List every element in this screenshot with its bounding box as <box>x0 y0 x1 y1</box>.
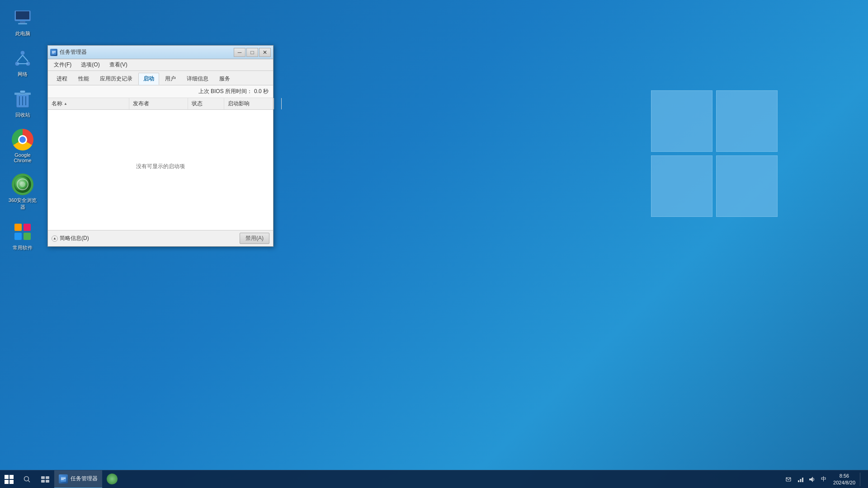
svg-rect-30 <box>46 476 49 479</box>
desktop-icon-common-software[interactable]: 常用软件 <box>5 219 41 253</box>
disable-button[interactable]: 禁用(A) <box>240 233 269 244</box>
svg-rect-40 <box>802 478 803 482</box>
taskbar-app-360[interactable] <box>102 470 122 488</box>
svg-rect-32 <box>46 480 49 483</box>
empty-state: 没有可显示的启动项 <box>48 110 273 223</box>
minimize-button[interactable]: ─ <box>234 48 245 57</box>
start-button[interactable] <box>0 470 18 488</box>
tab-performance[interactable]: 性能 <box>73 73 94 85</box>
taskbar-language-indicator[interactable]: 中 <box>819 475 829 483</box>
svg-rect-24 <box>52 51 56 52</box>
title-text: 任务管理器 <box>60 48 87 56</box>
network-icon <box>12 47 33 69</box>
desktop-icon-label: 回收站 <box>15 112 30 118</box>
desktop-icons: 此电脑 网络 <box>0 0 45 262</box>
col-startup-label: 启动影响 <box>228 100 250 108</box>
tab-app-history[interactable]: 应用历史记录 <box>95 73 137 85</box>
tab-process[interactable]: 进程 <box>52 73 72 85</box>
svg-point-18 <box>20 182 25 187</box>
desktop-icon-label: 网络 <box>18 71 28 78</box>
desktop-icon-label: 常用软件 <box>13 244 33 251</box>
tab-users[interactable]: 用户 <box>160 73 181 85</box>
col-header-publisher[interactable]: 发布者 <box>129 98 188 109</box>
svg-rect-36 <box>61 479 64 480</box>
system-tray: 中 8:56 2024/8/20 <box>780 470 868 488</box>
desktop-icon-360-browser[interactable]: 360安全浏览器 <box>5 171 41 213</box>
taskbar-app-taskmanager[interactable]: 任务管理器 <box>54 470 102 488</box>
menu-view[interactable]: 查看(V) <box>106 60 131 70</box>
apps-icon <box>12 221 33 243</box>
col-header-status[interactable]: 状态 <box>188 98 224 109</box>
svg-rect-22 <box>24 233 31 240</box>
title-bar: 任务管理器 ─ □ ✕ <box>48 46 273 59</box>
desktop: 此电脑 网络 <box>0 0 868 488</box>
svg-point-4 <box>20 51 25 55</box>
info-label: 简略信息(D) <box>60 235 89 242</box>
taskmanager-title-icon <box>50 49 57 56</box>
svg-rect-25 <box>52 52 56 52</box>
bios-label: 上次 BIOS 所用时间： <box>198 88 252 95</box>
recycle-bin-icon <box>12 88 33 110</box>
tab-details[interactable]: 详细信息 <box>182 73 213 85</box>
col-header-name[interactable]: 名称 ▲ <box>48 98 129 109</box>
desktop-icon-label: Google Chrome <box>7 152 38 163</box>
column-headers: 名称 ▲ 发布者 状态 启动影响 <box>48 98 273 110</box>
svg-point-27 <box>24 476 29 481</box>
chrome-icon <box>12 129 33 150</box>
taskbar-search-button[interactable] <box>18 470 36 488</box>
svg-rect-1 <box>16 11 29 19</box>
desktop-icon-network[interactable]: 网络 <box>5 45 41 80</box>
info-button[interactable]: ▲ 简略信息(D) <box>52 235 89 242</box>
svg-rect-31 <box>41 480 45 483</box>
computer-icon <box>12 7 33 28</box>
windows-logo <box>651 90 778 217</box>
tray-notification-icon[interactable] <box>785 475 794 484</box>
desktop-icon-label: 360安全浏览器 <box>7 197 38 211</box>
svg-rect-19 <box>14 224 22 231</box>
tab-content: 上次 BIOS 所用时间： 0.0 秒 名称 ▲ 发布者 状态 启动影响 <box>48 85 273 230</box>
menu-bar: 文件(F) 选项(O) 查看(V) <box>48 59 273 71</box>
maximize-button[interactable]: □ <box>246 48 258 57</box>
svg-rect-26 <box>52 53 54 53</box>
svg-line-28 <box>28 480 30 482</box>
svg-rect-35 <box>61 479 66 479</box>
show-desktop-button[interactable] <box>860 473 863 486</box>
svg-rect-21 <box>14 233 22 240</box>
tab-bar: 进程 性能 应用历史记录 启动 用户 详细信息 服务 <box>48 71 273 85</box>
tab-startup[interactable]: 启动 <box>138 73 159 85</box>
svg-rect-29 <box>41 476 45 479</box>
360-browser-icon <box>12 174 33 195</box>
taskbar-taskview-button[interactable] <box>36 470 54 488</box>
taskbar-clock[interactable]: 8:56 2024/8/20 <box>831 473 858 486</box>
taskbar-taskmanager-label: 任务管理器 <box>71 475 98 483</box>
tab-services[interactable]: 服务 <box>214 73 235 85</box>
taskbar-taskmanager-icon <box>59 474 68 483</box>
close-button[interactable]: ✕ <box>259 48 271 57</box>
svg-rect-39 <box>800 479 802 482</box>
desktop-icon-recycle-bin[interactable]: 回收站 <box>5 86 41 121</box>
svg-rect-12 <box>20 90 25 93</box>
task-manager-window: 任务管理器 ─ □ ✕ 文件(F) 选项(O) 查看(V) 进程 性能 应用历史… <box>47 45 274 247</box>
taskbar: 任务管理器 <box>0 470 868 488</box>
col-name-label: 名称 <box>52 100 62 108</box>
bios-bar: 上次 BIOS 所用时间： 0.0 秒 <box>48 85 273 98</box>
col-publisher-label: 发布者 <box>133 100 149 108</box>
bottom-bar: ▲ 简略信息(D) 禁用(A) <box>48 230 273 246</box>
clock-date: 2024/8/20 <box>833 479 855 486</box>
clock-time: 8:56 <box>840 473 849 479</box>
win-pane-tr <box>716 90 778 152</box>
menu-options[interactable]: 选项(O) <box>77 60 103 70</box>
start-icon-tl <box>5 475 9 479</box>
svg-rect-3 <box>18 23 27 24</box>
tray-volume-icon[interactable] <box>807 475 816 484</box>
tray-network-icon[interactable] <box>796 475 805 484</box>
menu-file[interactable]: 文件(F) <box>50 60 75 70</box>
empty-message: 没有可显示的启动项 <box>136 163 185 170</box>
start-icon-bl <box>5 480 9 484</box>
col-header-startup-impact[interactable]: 启动影响 <box>224 98 274 109</box>
svg-rect-34 <box>61 478 66 478</box>
desktop-icon-google-chrome[interactable]: Google Chrome <box>5 127 41 165</box>
col-header-empty <box>274 98 282 109</box>
start-icon-tr <box>9 475 14 479</box>
desktop-icon-my-computer[interactable]: 此电脑 <box>5 5 41 39</box>
